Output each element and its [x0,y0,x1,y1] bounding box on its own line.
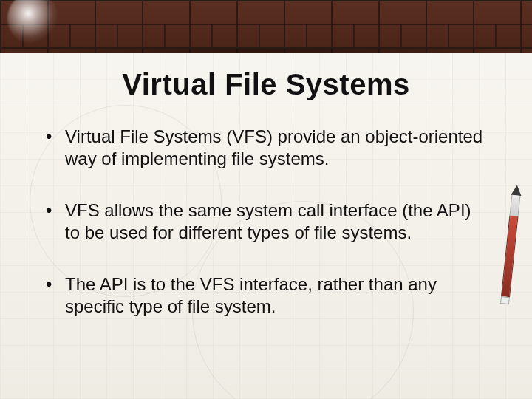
brick-header-band [0,0,532,53]
slide-title: Virtual File Systems [0,68,532,101]
bullet-item: VFS allows the same system call interfac… [46,200,486,244]
spotlight-glow [7,0,59,44]
bullet-item: Virtual File Systems (VFS) provide an ob… [46,126,486,170]
bullet-item: The API is to the VFS interface, rather … [46,273,486,318]
bullet-list: Virtual File Systems (VFS) provide an ob… [46,126,486,347]
slide: Virtual File Systems Virtual File System… [0,0,532,399]
pen-cap [500,296,510,304]
pen-tip [511,185,522,196]
pen-grip [510,195,521,216]
